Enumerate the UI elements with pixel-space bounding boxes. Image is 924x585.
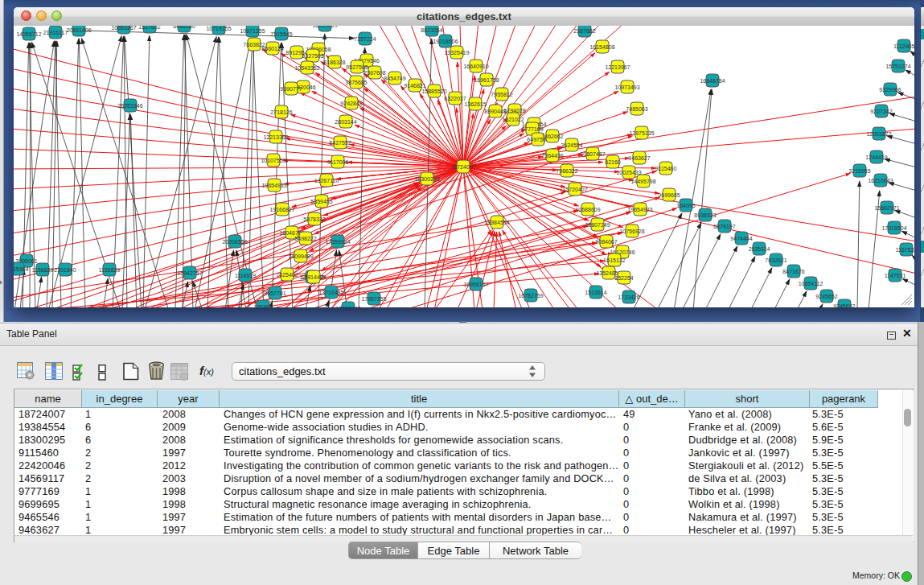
svg-text:16961758: 16961758 [474, 77, 499, 83]
svg-text:12213967: 12213967 [605, 64, 630, 70]
svg-text:15751074: 15751074 [885, 64, 910, 69]
svg-text:62160: 62160 [605, 159, 621, 165]
svg-text:16914479: 16914479 [301, 274, 326, 280]
svg-text:16782759: 16782759 [518, 293, 543, 299]
svg-text:10807487: 10807487 [580, 151, 605, 157]
svg-text:16210643: 16210643 [868, 178, 893, 183]
svg-text:16640910: 16640910 [463, 64, 488, 69]
svg-text:17359924: 17359924 [325, 239, 350, 245]
svg-text:9245632: 9245632 [833, 303, 855, 308]
svg-text:14055712: 14055712 [16, 31, 41, 37]
svg-text:8813054: 8813054 [421, 27, 442, 33]
svg-text:16154808: 16154808 [589, 44, 614, 50]
svg-text:9777169: 9777169 [521, 126, 543, 132]
svg-text:3915984: 3915984 [14, 266, 29, 272]
svg-text:13716485: 13716485 [318, 290, 343, 295]
svg-text:13267110: 13267110 [314, 178, 339, 183]
svg-text:5359455: 5359455 [310, 199, 332, 204]
svg-text:7515545: 7515545 [270, 31, 292, 37]
svg-text:8471676: 8471676 [782, 269, 804, 274]
svg-text:1114519: 1114519 [235, 273, 256, 278]
svg-text:17957255: 17957255 [361, 296, 386, 302]
svg-text:3875685: 3875685 [345, 80, 367, 85]
svg-text:18807249: 18807249 [585, 222, 610, 228]
svg-text:10653267: 10653267 [111, 26, 136, 31]
svg-text:9327503: 9327503 [302, 53, 323, 59]
svg-text:9084067: 9084067 [595, 239, 617, 245]
svg-text:7485063: 7485063 [626, 106, 647, 112]
svg-text:16648784: 16648784 [700, 78, 725, 84]
svg-text:10025433: 10025433 [616, 170, 641, 175]
svg-text:2367608: 2367608 [363, 70, 385, 76]
svg-text:5498222: 5498222 [294, 236, 316, 241]
svg-text:1147531: 1147531 [885, 273, 906, 278]
svg-text:12213369: 12213369 [263, 134, 288, 140]
svg-text:164095: 164095 [676, 203, 695, 208]
svg-text:18724007: 18724007 [450, 164, 475, 170]
svg-text:3215955: 3215955 [848, 168, 870, 174]
svg-text:15720407: 15720407 [562, 187, 587, 192]
svg-text:1733426: 1733426 [618, 295, 639, 300]
svg-text:9115460: 9115460 [655, 166, 677, 171]
svg-text:5878332: 5878332 [303, 216, 325, 222]
svg-text:7357224: 7357224 [354, 36, 376, 42]
svg-text:8454749: 8454749 [384, 76, 405, 81]
svg-text:7632621: 7632621 [765, 257, 786, 263]
svg-text:6879197: 6879197 [713, 224, 735, 229]
svg-text:2718126: 2718126 [270, 109, 292, 115]
svg-text:9527505: 9527505 [346, 64, 368, 70]
svg-text:14099489: 14099489 [288, 253, 313, 259]
svg-text:2387682: 2387682 [573, 28, 595, 34]
svg-text:10688609: 10688609 [575, 207, 600, 212]
svg-text:9245652: 9245652 [815, 294, 837, 299]
svg-text:19384554: 19384554 [484, 220, 509, 225]
svg-text:1156829: 1156829 [99, 267, 121, 273]
svg-text:9117006: 9117006 [327, 159, 349, 165]
svg-text:12093872: 12093872 [866, 131, 891, 137]
svg-text:21916117: 21916117 [43, 30, 68, 35]
svg-text:12975135: 12975135 [629, 130, 654, 136]
svg-text:8938923: 8938923 [694, 212, 716, 218]
svg-text:2301840: 2301840 [54, 267, 76, 273]
svg-text:13325419: 13325419 [444, 50, 469, 56]
svg-text:10756928: 10756928 [619, 229, 644, 234]
svg-text:9699695: 9699695 [658, 192, 680, 198]
svg-text:1112465: 1112465 [893, 43, 914, 49]
svg-text:15692971: 15692971 [874, 205, 899, 211]
svg-text:1513614: 1513614 [585, 290, 606, 295]
svg-text:10973493: 10973493 [614, 84, 639, 90]
svg-text:8660124: 8660124 [261, 46, 283, 51]
svg-text:7955812: 7955812 [491, 92, 512, 97]
svg-text:19218506: 19218506 [433, 39, 458, 44]
svg-text:9242848: 9242848 [340, 101, 362, 106]
svg-text:10958167: 10958167 [463, 282, 488, 287]
svg-text:17016504: 17016504 [881, 225, 906, 231]
svg-text:9474444: 9474444 [730, 236, 752, 241]
svg-text:175352: 175352 [253, 304, 272, 308]
svg-text:16033809: 16033809 [312, 26, 337, 28]
svg-text:26053346: 26053346 [117, 103, 142, 109]
svg-text:9146821: 9146821 [404, 83, 425, 89]
svg-text:6466160: 6466160 [173, 26, 195, 29]
svg-text:8427552: 8427552 [329, 140, 351, 146]
svg-text:3624554: 3624554 [561, 142, 582, 148]
svg-text:20691406: 20691406 [66, 27, 91, 33]
svg-text:252254: 252254 [614, 275, 633, 281]
svg-text:20206556: 20206556 [222, 239, 247, 245]
svg-text:6794028: 6794028 [503, 108, 525, 113]
svg-text:9463627: 9463627 [628, 155, 650, 161]
svg-text:9657791: 9657791 [264, 290, 285, 296]
svg-text:2803144: 2803144 [335, 119, 356, 125]
svg-text:12923448: 12923448 [335, 306, 360, 308]
svg-text:1156829: 1156829 [32, 267, 54, 273]
svg-text:19654933: 19654933 [261, 183, 286, 188]
svg-text:10107553: 10107553 [261, 158, 285, 163]
svg-text:9227342: 9227342 [870, 109, 892, 114]
svg-text:7986322: 7986322 [556, 168, 577, 174]
svg-text:19166827: 19166827 [269, 207, 294, 212]
svg-text:12942757: 12942757 [177, 270, 202, 276]
svg-text:7625402: 7625402 [276, 272, 298, 278]
svg-text:1527602: 1527602 [138, 26, 160, 30]
svg-text:10719155: 10719155 [206, 26, 231, 31]
svg-text:19654923: 19654923 [627, 207, 652, 212]
